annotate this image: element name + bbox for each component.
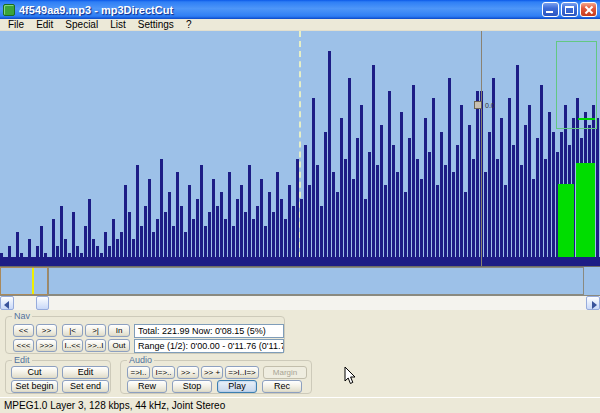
close-button[interactable] bbox=[580, 2, 597, 17]
menu-special[interactable]: Special bbox=[59, 19, 104, 30]
waveform-bar bbox=[496, 159, 499, 266]
play-button[interactable]: Play bbox=[217, 380, 257, 393]
overview-position-cursor[interactable] bbox=[32, 268, 34, 294]
waveform-bar bbox=[136, 165, 139, 266]
cut-button[interactable]: Cut bbox=[11, 366, 58, 379]
menu-list[interactable]: List bbox=[104, 19, 132, 30]
waveform-bar bbox=[340, 118, 343, 266]
stop-button[interactable]: Stop bbox=[172, 380, 212, 393]
selection-level-line bbox=[578, 118, 595, 120]
waveform-bar bbox=[352, 179, 355, 266]
waveform-bar bbox=[312, 98, 315, 266]
waveform-bar bbox=[452, 172, 455, 266]
rec-button[interactable]: Rec bbox=[262, 380, 302, 393]
title-bar[interactable]: 4f549aa9.mp3 - mp3DirectCut bbox=[0, 0, 600, 19]
nav-out-button[interactable]: Out bbox=[108, 339, 130, 352]
nav-prev-mark-button[interactable]: |< bbox=[62, 324, 83, 337]
overview-visible-region[interactable] bbox=[0, 267, 48, 295]
preview-cut-button[interactable]: =>I..I=> bbox=[225, 366, 259, 379]
status-bar: MPEG1.0 Layer 3, 128 kbps, 44 kHz, Joint… bbox=[0, 397, 600, 413]
scroll-right-button[interactable] bbox=[586, 296, 600, 310]
horizontal-scrollbar[interactable] bbox=[0, 296, 600, 310]
maximize-button[interactable] bbox=[561, 2, 578, 17]
waveform-bar bbox=[332, 172, 335, 266]
waveform-bar bbox=[488, 132, 491, 266]
waveform-bar bbox=[308, 185, 311, 266]
nav-fast-forward-button[interactable]: >>> bbox=[36, 339, 57, 352]
waveform-bar bbox=[376, 165, 379, 266]
edit-group: Edit Cut Edit Set begin Set end bbox=[5, 360, 111, 394]
preview-end-button[interactable]: I=>.. bbox=[152, 366, 175, 379]
chevron-right-icon bbox=[592, 301, 597, 309]
waveform-display[interactable]: 0.0 bbox=[0, 31, 600, 266]
waveform-bar bbox=[276, 172, 279, 266]
preview-begin-button[interactable]: =>I.. bbox=[127, 366, 150, 379]
chevron-left-icon bbox=[4, 301, 9, 309]
overview-remaining-region[interactable] bbox=[48, 267, 584, 295]
waveform-bar bbox=[392, 145, 395, 266]
menu-edit[interactable]: Edit bbox=[30, 19, 59, 30]
close-icon bbox=[581, 3, 596, 16]
waveform-bars bbox=[0, 31, 600, 266]
menu-help[interactable]: ? bbox=[180, 19, 198, 30]
nav-forward-button[interactable]: >> bbox=[36, 324, 57, 337]
app-icon bbox=[3, 4, 15, 16]
speed-down-button[interactable]: >> - bbox=[177, 366, 199, 379]
speed-up-button[interactable]: >> + bbox=[201, 366, 223, 379]
waveform-bar bbox=[268, 192, 271, 266]
selection-bar-2 bbox=[576, 163, 595, 257]
waveform-bar bbox=[420, 179, 423, 266]
waveform-bar bbox=[596, 118, 599, 266]
range-field[interactable]: Range (1/2): 0'00.00 - 0'11.76 (0'11.76) bbox=[134, 339, 284, 353]
edit-group-label: Edit bbox=[12, 355, 32, 365]
set-begin-button[interactable]: Set begin bbox=[11, 380, 58, 393]
waveform-bar bbox=[236, 199, 239, 266]
waveform-bar bbox=[380, 125, 383, 266]
menu-file[interactable]: File bbox=[2, 19, 30, 30]
waveform-bar bbox=[424, 118, 427, 266]
waveform-bar bbox=[504, 185, 507, 266]
maximize-icon bbox=[565, 6, 574, 14]
menu-settings[interactable]: Settings bbox=[132, 19, 180, 30]
waveform-bar bbox=[336, 192, 339, 266]
minimize-button[interactable] bbox=[542, 2, 559, 17]
waveform-bar bbox=[404, 192, 407, 266]
selection-bar-1 bbox=[558, 184, 574, 257]
rew-button[interactable]: Rew bbox=[127, 380, 167, 393]
play-cursor-line[interactable] bbox=[481, 31, 482, 266]
waveform-bar bbox=[240, 185, 243, 266]
waveform-bar bbox=[288, 185, 291, 266]
nav-fast-back-button[interactable]: <<< bbox=[13, 339, 34, 352]
scroll-left-button[interactable] bbox=[0, 296, 14, 310]
gain-handle[interactable] bbox=[474, 101, 482, 109]
waveform-bar bbox=[408, 138, 411, 266]
waveform-bar bbox=[280, 199, 283, 266]
control-panel: Nav << >> |< >| In Total: 221.99 Now: 0'… bbox=[0, 310, 600, 397]
scrollbar-thumb[interactable] bbox=[36, 296, 49, 310]
minimize-icon bbox=[546, 11, 553, 13]
waveform-bar bbox=[196, 199, 199, 266]
mp3directcut-window: 4f549aa9.mp3 - mp3DirectCut File Edit Sp… bbox=[0, 0, 600, 413]
selection-outline bbox=[556, 41, 597, 129]
gain-value-label: 0.0 bbox=[485, 102, 495, 109]
waveform-bar bbox=[412, 85, 415, 266]
nav-to-begin-button[interactable]: I..<< bbox=[62, 339, 83, 352]
edit-button[interactable]: Edit bbox=[62, 366, 109, 379]
waveform-bar bbox=[436, 185, 439, 266]
nav-in-button[interactable]: In bbox=[108, 324, 130, 337]
waveform-bar bbox=[176, 172, 179, 266]
set-end-button[interactable]: Set end bbox=[62, 380, 109, 393]
waveform-bar bbox=[516, 65, 519, 266]
nav-back-button[interactable]: << bbox=[13, 324, 34, 337]
waveform-bar bbox=[328, 51, 331, 266]
audio-group: Audio =>I.. I=>.. >> - >> + =>I..I=> Mar… bbox=[120, 360, 312, 394]
file-overview-strip[interactable] bbox=[0, 266, 600, 296]
total-time-field[interactable]: Total: 221.99 Now: 0'08.15 (5%) bbox=[134, 324, 284, 338]
waveform-bar bbox=[296, 159, 299, 266]
waveform-bar bbox=[528, 105, 531, 266]
nav-to-end-button[interactable]: >>..I bbox=[85, 339, 106, 352]
waveform-bar bbox=[348, 78, 351, 266]
nav-next-mark-button[interactable]: >| bbox=[85, 324, 106, 337]
waveform-bar bbox=[476, 91, 479, 266]
window-title: 4f549aa9.mp3 - mp3DirectCut bbox=[19, 4, 542, 16]
